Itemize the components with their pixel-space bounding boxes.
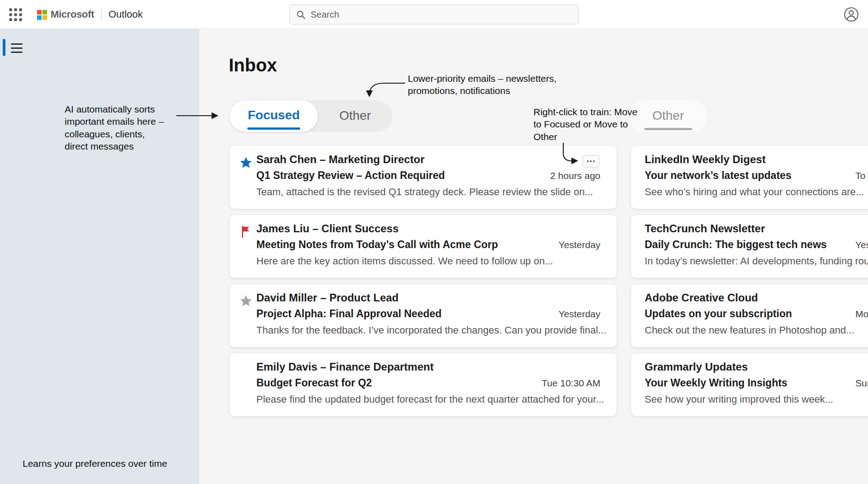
tab-other-label: Other: [318, 108, 392, 123]
focused-email-row-3[interactable]: David Miller – Product Lead Project Alph…: [230, 284, 617, 347]
flag-icon[interactable]: [239, 225, 253, 239]
other-email-row-1[interactable]: LinkedIn Weekly Digest Your network’s la…: [631, 146, 868, 209]
email-time: Yesterday: [558, 309, 600, 320]
email-sender: Sarah Chen – Marketing Director: [256, 153, 425, 166]
annotation-learns-preferences: Learns your preferences over time: [23, 457, 194, 470]
account-button[interactable]: [844, 7, 859, 22]
arrow-to-other-tab: [369, 83, 405, 96]
email-preview: Thanks for the feedback. I’ve incorporat…: [256, 324, 606, 336]
email-time: Mon: [855, 309, 868, 320]
person-icon: [844, 7, 859, 22]
search-bar[interactable]: [289, 5, 579, 24]
focused-active-underline: [247, 127, 300, 130]
email-sender: Emily Davis – Finance Department: [256, 361, 434, 373]
other-email-row-3[interactable]: Adobe Creative Cloud Updates on your sub…: [631, 284, 868, 347]
email-preview: Team, attached is the revised Q1 strateg…: [256, 186, 593, 198]
email-time: Yesterday: [558, 240, 600, 250]
star-icon[interactable]: [239, 294, 253, 308]
email-subject: Meeting Notes from Today’s Call with Acm…: [256, 239, 498, 251]
email-sender: James Liu – Client Success: [256, 222, 399, 235]
other-email-row-4[interactable]: Grammarly Updates Your Weekly Writing In…: [631, 353, 868, 416]
email-sender: David Miller – Product Lead: [256, 291, 399, 304]
email-time: 2 hours ago: [550, 170, 600, 181]
tab-focused[interactable]: Focused: [230, 100, 318, 132]
annotation-lower-priority: Lower-priority emails – newsletters, pro…: [408, 72, 569, 97]
focused-other-tabs: Focused Other: [230, 100, 392, 132]
annotation-ai-sorts: AI automatically sorts important emails …: [65, 103, 170, 152]
email-subject: Project Alpha: Final Approval Needed: [256, 308, 442, 320]
email-subject: Updates on your subscription: [645, 308, 792, 320]
microsoft-brand-text: Microsoft: [51, 9, 94, 20]
email-subject: Your Weekly Writing Insights: [645, 377, 788, 389]
focused-email-row-2[interactable]: James Liu – Client Success Meeting Notes…: [230, 215, 617, 278]
email-preview: Please find the updated budget forecast …: [256, 394, 604, 405]
page-title-inbox: Inbox: [229, 55, 277, 75]
other-column-tab-label: Other: [629, 108, 707, 123]
email-subject: Q1 Strategy Review – Action Required: [256, 169, 445, 182]
email-subject: Your network’s latest updates: [645, 169, 792, 182]
hamburger-menu-icon[interactable]: [11, 43, 23, 53]
sidebar: AI automatically sorts important emails …: [0, 29, 199, 484]
other-column-tab[interactable]: Other: [629, 100, 707, 132]
email-subject: Budget Forecast for Q2: [256, 377, 372, 389]
email-sender: Adobe Creative Cloud: [645, 291, 758, 304]
email-subject: Daily Crunch: The biggest tech news: [645, 239, 827, 251]
email-sender: TechCrunch Newsletter: [645, 222, 765, 235]
email-preview: See how your writing improved this week.…: [645, 394, 833, 405]
email-preview: See who’s hiring and what your connectio…: [645, 186, 864, 198]
tab-other[interactable]: Other: [318, 100, 392, 132]
email-time: Tue 10:30 AM: [542, 378, 600, 389]
focused-email-row-1[interactable]: Sarah Chen – Marketing Director Q1 Strat…: [230, 146, 617, 209]
more-options-button[interactable]: ⋯: [582, 155, 599, 168]
app-launcher-icon[interactable]: [9, 8, 23, 22]
star-icon[interactable]: [239, 156, 253, 169]
other-column-underline: [644, 128, 692, 130]
sidebar-accent-bar: [3, 39, 5, 56]
outlook-window: Microsoft Outlook AI automatically sorts…: [0, 0, 868, 484]
outlook-app-name: Outlook: [108, 9, 143, 20]
search-icon: [296, 10, 306, 20]
email-time: Sun: [855, 378, 868, 389]
tab-focused-label: Focused: [230, 108, 318, 122]
search-input[interactable]: [311, 5, 573, 24]
top-bar: Microsoft Outlook: [0, 0, 868, 29]
email-preview: Here are the key action items discussed.…: [256, 255, 553, 267]
email-sender: Grammarly Updates: [645, 361, 748, 373]
email-sender: LinkedIn Weekly Digest: [645, 153, 766, 166]
email-preview: Check out the new features in Photoshop …: [645, 324, 854, 336]
focused-email-row-4[interactable]: Emily Davis – Finance Department Budget …: [230, 353, 617, 416]
email-time: Yest: [855, 240, 868, 250]
annotation-right-click-train: Right-click to train: Move to Focused or…: [533, 106, 638, 143]
microsoft-logo-icon: [37, 10, 47, 20]
other-email-row-2[interactable]: TechCrunch Newsletter Daily Crunch: The …: [631, 215, 868, 278]
email-time: To: [855, 170, 865, 181]
topbar-divider: [101, 9, 102, 20]
email-preview: In today’s newsletter: AI developments, …: [645, 255, 868, 267]
